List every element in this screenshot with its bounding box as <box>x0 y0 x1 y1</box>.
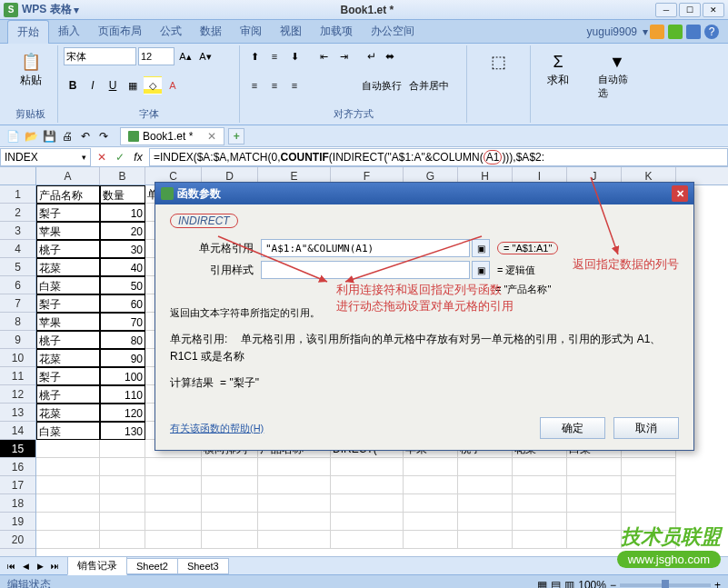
close-window-button[interactable]: ✕ <box>703 3 724 17</box>
cell-D18[interactable] <box>202 494 258 513</box>
number-format-button[interactable]: ⬚ <box>473 47 524 76</box>
row-header-20[interactable]: 20 <box>0 531 35 549</box>
cell-A11[interactable]: 梨子 <box>36 367 100 385</box>
cell-G16[interactable] <box>404 458 458 476</box>
tab-data[interactable]: 数据 <box>191 20 231 43</box>
align-left-button[interactable]: ≡ <box>245 76 264 95</box>
fx-button[interactable]: fx <box>131 150 145 164</box>
function-help-link[interactable]: 有关该函数的帮助(H) <box>170 422 264 435</box>
ok-button[interactable]: 确定 <box>540 417 605 439</box>
cell-I19[interactable] <box>513 513 567 531</box>
print-button[interactable]: 🖨 <box>59 128 75 145</box>
cell-B18[interactable] <box>100 494 145 513</box>
zoom-slider[interactable] <box>620 583 711 587</box>
row-header-11[interactable]: 11 <box>0 367 35 385</box>
cell-H16[interactable] <box>458 458 513 476</box>
save-button[interactable]: 💾 <box>41 128 57 145</box>
undo-button[interactable]: ↶ <box>77 128 94 145</box>
redo-button[interactable]: ↷ <box>95 128 112 145</box>
tab-home[interactable]: 开始 <box>7 20 49 44</box>
merge-center-button[interactable]: ⬌ <box>382 50 398 63</box>
tab-addins[interactable]: 加载项 <box>311 20 362 43</box>
tab-review[interactable]: 审阅 <box>231 20 271 43</box>
sum-button[interactable]: Σ 求和 <box>536 47 580 92</box>
row-header-15[interactable]: 15 <box>0 440 35 458</box>
cell-A7[interactable]: 梨子 <box>36 294 100 313</box>
font-name-select[interactable] <box>64 47 136 65</box>
sheet-nav-first[interactable]: ⏮ <box>4 559 18 573</box>
param2-collapse-button[interactable]: ▣ <box>472 261 490 279</box>
help-icon[interactable]: ? <box>704 25 719 39</box>
view-break-icon[interactable]: ▥ <box>564 579 574 589</box>
settings-icon[interactable] <box>686 25 701 39</box>
cell-B7[interactable]: 60 <box>100 294 145 313</box>
cell-B10[interactable]: 90 <box>100 349 145 367</box>
cell-A9[interactable]: 桃子 <box>36 331 100 349</box>
cell-A14[interactable]: 白菜 <box>36 422 100 440</box>
view-normal-icon[interactable]: ▦ <box>537 579 547 589</box>
cell-E16[interactable] <box>258 458 331 476</box>
document-tab[interactable]: Book1.et * ✕ <box>120 127 224 145</box>
zoom-level[interactable]: 100% <box>578 579 606 589</box>
param2-input[interactable] <box>261 261 470 279</box>
cell-I16[interactable] <box>513 458 567 476</box>
sheet-tab-2[interactable]: Sheet2 <box>126 558 178 574</box>
cell-B16[interactable] <box>100 458 145 476</box>
row-header-2[interactable]: 2 <box>0 204 35 222</box>
cell-A10[interactable]: 花菜 <box>36 349 100 367</box>
row-header-1[interactable]: 1 <box>0 185 35 204</box>
cell-E19[interactable] <box>258 513 331 531</box>
row-header-16[interactable]: 16 <box>0 458 35 476</box>
fill-color-button[interactable]: ◇ <box>144 76 162 95</box>
row-header-14[interactable]: 14 <box>0 422 35 440</box>
cancel-formula-button[interactable]: ✕ <box>95 150 109 164</box>
cell-B11[interactable]: 100 <box>100 367 145 385</box>
cell-F16[interactable] <box>331 458 404 476</box>
cell-A19[interactable] <box>36 513 100 531</box>
row-header-17[interactable]: 17 <box>0 476 35 494</box>
cell-B9[interactable]: 80 <box>100 331 145 349</box>
cell-C19[interactable] <box>145 513 202 531</box>
cell-B5[interactable]: 40 <box>100 258 145 276</box>
cell-A8[interactable]: 苹果 <box>36 313 100 331</box>
cell-A17[interactable] <box>36 476 100 494</box>
cell-A13[interactable]: 花菜 <box>36 404 100 422</box>
cell-B15[interactable] <box>100 440 145 458</box>
row-header-5[interactable]: 5 <box>0 258 35 276</box>
cell-H20[interactable] <box>458 531 513 549</box>
indent-increase-button[interactable]: ⇥ <box>334 47 353 65</box>
dialog-titlebar[interactable]: 函数参数 ✕ <box>155 183 693 204</box>
cell-C20[interactable] <box>145 531 202 549</box>
cell-J16[interactable] <box>567 458 622 476</box>
font-color-button[interactable]: A <box>164 76 182 95</box>
cell-H17[interactable] <box>458 476 513 494</box>
align-top-button[interactable]: ⬆ <box>245 47 264 65</box>
sheet-tab-1[interactable]: 销售记录 <box>67 556 127 575</box>
col-header-B[interactable]: B <box>100 167 145 184</box>
cell-J19[interactable] <box>567 513 622 531</box>
cancel-button[interactable]: 取消 <box>613 417 679 439</box>
align-bottom-button[interactable]: ⬇ <box>285 47 304 65</box>
filter-button[interactable]: ▼ 自动筛选 <box>591 47 643 104</box>
cell-A12[interactable]: 桃子 <box>36 385 100 404</box>
align-center-button[interactable]: ≡ <box>265 76 284 95</box>
increase-font-button[interactable]: A▴ <box>176 47 194 65</box>
cell-G18[interactable] <box>404 494 458 513</box>
row-header-18[interactable]: 18 <box>0 494 35 513</box>
cell-J18[interactable] <box>567 494 622 513</box>
cell-A6[interactable]: 白菜 <box>36 276 100 294</box>
row-header-3[interactable]: 3 <box>0 222 35 240</box>
cell-B20[interactable] <box>100 531 145 549</box>
cell-E17[interactable] <box>258 476 331 494</box>
messages-icon[interactable] <box>668 25 683 39</box>
open-button[interactable]: 📂 <box>23 128 39 145</box>
cell-F18[interactable] <box>331 494 404 513</box>
cell-D20[interactable] <box>202 531 258 549</box>
user-name[interactable]: yugui9909 <box>582 25 643 38</box>
font-size-select[interactable] <box>138 47 175 65</box>
wrap-text-button[interactable]: ↵ <box>364 50 380 63</box>
tab-page-layout[interactable]: 页面布局 <box>89 20 151 43</box>
sheet-nav-last[interactable]: ⏭ <box>47 559 62 573</box>
cell-B12[interactable]: 110 <box>100 385 145 404</box>
paste-button[interactable]: 📋 粘贴 <box>9 47 52 92</box>
